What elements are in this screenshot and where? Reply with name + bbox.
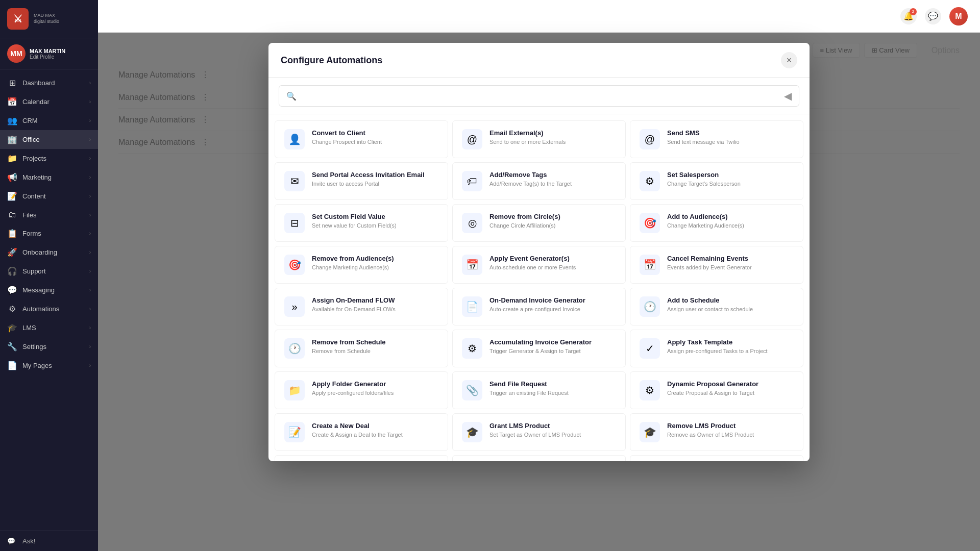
create-new-deal-description: Create & Assign a Deal to the Target bbox=[312, 431, 403, 439]
add-to-audiences-icon: 🎯 bbox=[640, 213, 660, 233]
dashboard-label: Dashboard bbox=[22, 79, 89, 87]
sidebar-item-content[interactable]: 📝 Content › bbox=[0, 187, 98, 206]
edit-profile-link[interactable]: Edit Profile bbox=[30, 54, 65, 60]
automation-card-add-to-checklists[interactable]: ☑Add to ChecklistsAssign Target to Check… bbox=[452, 455, 626, 461]
add-to-audiences-text: Add to Audience(s)Change Marketing Audie… bbox=[667, 213, 744, 230]
automation-card-send-file-request[interactable]: 📎Send File RequestTrigger an existing Fi… bbox=[452, 371, 626, 409]
topbar-actions: 🔔 2 💬 M bbox=[900, 7, 968, 26]
dashboard-icon: ⊞ bbox=[7, 78, 17, 88]
automation-card-remove-from-checklist[interactable]: ☑Remove from ChecklistRemove Target from… bbox=[630, 455, 803, 461]
convert-to-client-icon: 👤 bbox=[284, 129, 305, 149]
grant-lms-product-title: Grant LMS Product bbox=[489, 422, 581, 430]
support-label: Support bbox=[22, 267, 89, 275]
automation-card-send-portal-access[interactable]: ✉Send Portal Access Invitation EmailInvi… bbox=[275, 162, 448, 200]
send-portal-access-text: Send Portal Access Invitation EmailInvit… bbox=[312, 171, 425, 188]
sidebar-item-my-pages[interactable]: 📄 My Pages › bbox=[0, 356, 98, 375]
automation-card-on-demand-invoice[interactable]: 📄On-Demand Invoice GeneratorAuto-create … bbox=[452, 288, 626, 325]
search-icon: 🔍 bbox=[286, 91, 297, 101]
email-externals-text: Email External(s)Send to one or more Ext… bbox=[489, 129, 566, 146]
back-button[interactable]: ◀ bbox=[784, 90, 792, 102]
send-file-request-title: Send File Request bbox=[489, 380, 569, 388]
set-salesperson-icon: ⚙ bbox=[640, 171, 660, 191]
cancel-remaining-events-text: Cancel Remaining EventsEvents added by E… bbox=[667, 255, 752, 271]
send-portal-access-icon: ✉ bbox=[284, 171, 305, 191]
automation-card-apply-task-template[interactable]: ✓Apply Task TemplateAssign pre-configure… bbox=[630, 330, 803, 367]
automation-card-dynamic-proposal[interactable]: ⚙Dynamic Proposal GeneratorCreate Propos… bbox=[630, 371, 803, 409]
automation-card-set-salesperson[interactable]: ⚙Set SalespersonChange Target's Salesper… bbox=[630, 162, 803, 200]
automation-card-apply-folder-generator[interactable]: 📁Apply Folder GeneratorApply pre-configu… bbox=[275, 371, 448, 409]
on-demand-invoice-title: On-Demand Invoice Generator bbox=[489, 296, 585, 304]
automation-card-set-custom-field[interactable]: ⊟Set Custom Field ValueSet new value for… bbox=[275, 204, 448, 242]
create-new-deal-icon: 📝 bbox=[284, 422, 305, 442]
sidebar-item-files[interactable]: 🗂 Files › bbox=[0, 206, 98, 224]
automations-arrow: › bbox=[89, 306, 91, 312]
apply-task-template-text: Apply Task TemplateAssign pre-configured… bbox=[667, 338, 768, 355]
set-salesperson-text: Set SalespersonChange Target's Salespers… bbox=[667, 171, 741, 188]
sidebar-item-dashboard[interactable]: ⊞ Dashboard › bbox=[0, 73, 98, 92]
automation-card-convert-to-client[interactable]: 👤Convert to ClientChange Prospect into C… bbox=[275, 120, 448, 158]
office-icon: 🏢 bbox=[7, 135, 17, 144]
cancel-remaining-events-icon: 📅 bbox=[640, 255, 660, 275]
modal-overlay: Configure Automations × 🔍 ◀ 👤Convert to … bbox=[98, 33, 980, 551]
message-button[interactable]: 💬 bbox=[925, 8, 941, 24]
automation-card-remove-from-circles[interactable]: ◎Remove from Circle(s)Change Circle Affi… bbox=[452, 204, 626, 242]
messaging-label: Messaging bbox=[22, 286, 89, 294]
send-file-request-text: Send File RequestTrigger an existing Fil… bbox=[489, 380, 569, 397]
automation-card-grant-lms-product[interactable]: 🎓Grant LMS ProductSet Target as Owner of… bbox=[452, 413, 626, 451]
sidebar-item-crm[interactable]: 👥 CRM › bbox=[0, 111, 98, 130]
search-input[interactable] bbox=[302, 92, 779, 100]
apply-task-template-icon: ✓ bbox=[640, 338, 660, 359]
automation-card-create-new-deal[interactable]: 📝Create a New DealCreate & Assign a Deal… bbox=[275, 413, 448, 451]
convert-to-client-title: Convert to Client bbox=[312, 129, 382, 137]
support-arrow: › bbox=[89, 268, 91, 274]
content-icon: 📝 bbox=[7, 191, 17, 201]
automation-card-send-sms[interactable]: @Send SMSSend text message via Twilio bbox=[630, 120, 803, 158]
modal-header: Configure Automations × bbox=[268, 43, 810, 78]
accumulating-invoice-title: Accumulating Invoice Generator bbox=[489, 338, 592, 346]
automation-card-add-to-schedule[interactable]: 🕐Add to ScheduleAssign user or contact t… bbox=[630, 288, 803, 325]
sidebar-item-onboarding[interactable]: 🚀 Onboarding › bbox=[0, 243, 98, 262]
notification-button[interactable]: 🔔 2 bbox=[900, 8, 917, 24]
sidebar-item-messaging[interactable]: 💬 Messaging › bbox=[0, 281, 98, 299]
automation-card-accumulating-invoice[interactable]: ⚙Accumulating Invoice GeneratorTrigger G… bbox=[452, 330, 626, 367]
convert-to-client-description: Change Prospect into Client bbox=[312, 138, 382, 146]
add-remove-tags-description: Add/Remove Tag(s) to the Target bbox=[489, 180, 572, 188]
sidebar-item-support[interactable]: 🎧 Support › bbox=[0, 262, 98, 281]
sidebar-item-lms[interactable]: 🎓 LMS › bbox=[0, 318, 98, 337]
crm-icon: 👥 bbox=[7, 116, 17, 126]
apply-event-generators-title: Apply Event Generator(s) bbox=[489, 255, 576, 262]
sidebar-item-automations[interactable]: ⚙ Automations › bbox=[0, 299, 98, 318]
automation-card-remove-from-audiences[interactable]: 🎯Remove from Audience(s)Change Marketing… bbox=[275, 246, 448, 284]
remove-from-circles-icon: ◎ bbox=[462, 213, 482, 233]
forms-label: Forms bbox=[22, 230, 89, 237]
sidebar-item-forms[interactable]: 📋 Forms › bbox=[0, 224, 98, 243]
search-box: 🔍 ◀ bbox=[279, 85, 799, 107]
apply-task-template-title: Apply Task Template bbox=[667, 338, 768, 346]
topbar: 🔔 2 💬 M bbox=[98, 0, 980, 33]
ask-button[interactable]: 💬 Ask! bbox=[0, 531, 98, 551]
sidebar-item-office[interactable]: 🏢 Office › bbox=[0, 130, 98, 149]
user-section[interactable]: MM MAX MARTIN Edit Profile bbox=[0, 38, 98, 69]
automation-card-add-to-audiences[interactable]: 🎯Add to Audience(s)Change Marketing Audi… bbox=[630, 204, 803, 242]
modal-close-button[interactable]: × bbox=[781, 52, 797, 68]
remove-from-audiences-icon: 🎯 bbox=[284, 255, 305, 275]
user-avatar-topbar[interactable]: M bbox=[949, 7, 968, 26]
sidebar-item-projects[interactable]: 📁 Projects › bbox=[0, 149, 98, 168]
sidebar-item-settings[interactable]: 🔧 Settings › bbox=[0, 337, 98, 356]
user-name: MAX MARTIN bbox=[30, 48, 65, 54]
automation-card-remove-from-schedule[interactable]: 🕐Remove from ScheduleRemove from Schedul… bbox=[275, 330, 448, 367]
automation-card-cancel-remaining-events[interactable]: 📅Cancel Remaining EventsEvents added by … bbox=[630, 246, 803, 284]
automation-card-add-remove-tags[interactable]: 🏷Add/Remove TagsAdd/Remove Tag(s) to the… bbox=[452, 162, 626, 200]
automation-card-webhook-notification[interactable]: ⚙Webhook NotificationFire a webhook to y… bbox=[275, 455, 448, 461]
apply-folder-generator-title: Apply Folder Generator bbox=[312, 380, 394, 388]
content-label: Content bbox=[22, 192, 89, 200]
ask-icon: 💬 bbox=[7, 537, 17, 545]
sidebar-item-calendar[interactable]: 📅 Calendar › bbox=[0, 92, 98, 111]
sidebar-item-marketing[interactable]: 📢 Marketing › bbox=[0, 168, 98, 187]
automation-card-apply-event-generators[interactable]: 📅Apply Event Generator(s)Auto-schedule o… bbox=[452, 246, 626, 284]
automation-card-assign-on-demand-flow[interactable]: »Assign On-Demand FLOWAvailable for On-D… bbox=[275, 288, 448, 325]
automation-card-remove-lms-product[interactable]: 🎓Remove LMS ProductRemove as Owner of LM… bbox=[630, 413, 803, 451]
cancel-remaining-events-description: Events added by Event Generator bbox=[667, 264, 752, 271]
automation-card-email-externals[interactable]: @Email External(s)Send to one or more Ex… bbox=[452, 120, 626, 158]
email-externals-icon: @ bbox=[462, 129, 482, 149]
